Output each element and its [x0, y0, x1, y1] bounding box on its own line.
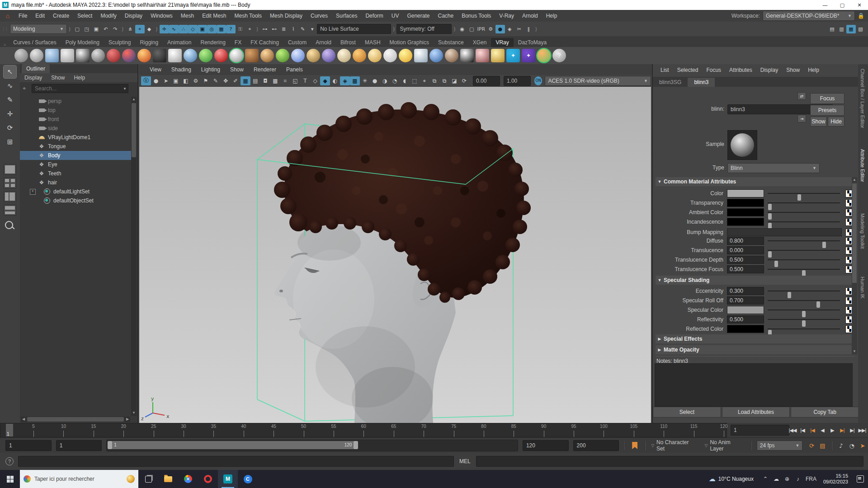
- notes-textarea[interactable]: [655, 363, 853, 407]
- shelf-icon[interactable]: [399, 49, 412, 62]
- menu-item[interactable]: V-Ray: [495, 13, 518, 19]
- attribute-editor-menu-item[interactable]: Attributes: [725, 67, 756, 73]
- animation-start-field[interactable]: 1: [5, 440, 52, 451]
- viewport-menu-item[interactable]: View: [145, 66, 166, 73]
- shelf-icon[interactable]: ✦: [506, 49, 520, 62]
- timeline-ruler[interactable]: 1 51015202530354045505560657075808590951…: [0, 423, 727, 437]
- shelf-icon[interactable]: [137, 49, 151, 62]
- attribute-editor-menu-item[interactable]: Selected: [673, 67, 703, 73]
- paint-select-tool[interactable]: ✎: [4, 94, 16, 106]
- menu-item[interactable]: Mesh: [177, 13, 198, 19]
- shelf-icon[interactable]: [168, 49, 182, 62]
- vray-light-icon[interactable]: ●: [151, 76, 161, 85]
- playblast-icon[interactable]: ▤: [817, 441, 828, 450]
- menu-item[interactable]: Select: [73, 13, 96, 19]
- dof-icon[interactable]: ◖: [400, 76, 410, 85]
- viewport-menu-item[interactable]: Shading: [166, 66, 196, 73]
- outliner-tab[interactable]: Outliner: [22, 64, 50, 73]
- shelf-icon[interactable]: ✦: [522, 49, 535, 62]
- shadows-icon[interactable]: ●: [370, 76, 380, 85]
- menu-set-dropdown[interactable]: Modeling ▼: [10, 24, 67, 34]
- history-toggle-icon[interactable]: ⌇: [288, 25, 298, 33]
- shelf-icon[interactable]: [322, 49, 335, 62]
- shelf-icon[interactable]: [491, 49, 505, 62]
- layout-single-pane-button[interactable]: [4, 164, 16, 175]
- render-frame-icon[interactable]: ▢: [467, 25, 476, 33]
- shelf-icon[interactable]: [76, 49, 90, 62]
- attribute-slider[interactable]: [768, 193, 840, 194]
- vray-select-icon[interactable]: ➤: [161, 76, 171, 85]
- color-swatch[interactable]: [727, 208, 764, 216]
- camera-attributes-icon[interactable]: ⚙: [191, 76, 201, 85]
- isolate-select-icon[interactable]: ⬚: [410, 76, 420, 85]
- color-swatch[interactable]: [727, 189, 764, 197]
- maximize-button[interactable]: ▢: [834, 0, 851, 10]
- opera-icon[interactable]: [198, 470, 218, 488]
- attribute-editor-menu-item[interactable]: Help: [804, 67, 823, 73]
- shelf-icon[interactable]: [429, 49, 443, 62]
- shelf-icon[interactable]: [153, 49, 166, 62]
- attribute-editor-menu-item[interactable]: Display: [756, 67, 782, 73]
- shelf-icon[interactable]: [260, 49, 274, 62]
- close-button[interactable]: ✕: [851, 0, 868, 10]
- attribute-slider[interactable]: [768, 269, 840, 270]
- outliner-item-top[interactable]: top: [20, 106, 131, 115]
- taskbar-search[interactable]: Taper ici pour rechercher: [20, 470, 138, 488]
- lock-selection-icon[interactable]: ⚿: [236, 25, 245, 33]
- toggle-channel-box-icon[interactable]: ▦: [846, 25, 856, 33]
- playback-start-field[interactable]: 1: [56, 440, 102, 451]
- playback-end-field[interactable]: 120: [523, 440, 569, 451]
- chrome-icon[interactable]: [178, 470, 198, 488]
- exposure-icon[interactable]: ◪: [449, 76, 459, 85]
- workspace-dropdown[interactable]: General-DESKTOP-C96IEDB* ▼: [763, 11, 855, 21]
- hidden-icons-chevron[interactable]: ⌃: [760, 476, 771, 482]
- color-swatch[interactable]: [727, 325, 764, 333]
- attribute-editor-tab[interactable]: blinn3SG: [653, 78, 688, 87]
- snap-grid-icon[interactable]: ✛: [160, 25, 169, 33]
- attribute-editor-tab[interactable]: blinn3: [688, 78, 715, 87]
- range-slider-track[interactable]: 1 120: [106, 440, 518, 451]
- range-slider-range[interactable]: 1 120: [108, 441, 358, 449]
- menu-item[interactable]: Generate: [403, 13, 434, 19]
- construction-history-icon[interactable]: ≣: [279, 25, 288, 33]
- shelf-icon[interactable]: [276, 49, 289, 62]
- texture-placement-icon[interactable]: ⧉: [439, 76, 449, 85]
- outliner-item-persp[interactable]: persp: [20, 97, 131, 106]
- shelf-icon[interactable]: [30, 49, 43, 62]
- attribute-value-field[interactable]: 0.000: [727, 246, 764, 254]
- multisample-icon[interactable]: ▩: [350, 76, 360, 85]
- open-scene-icon[interactable]: ◳: [82, 25, 91, 33]
- shelf-icon[interactable]: [245, 49, 259, 62]
- volume-icon[interactable]: ♪: [793, 476, 803, 482]
- shelf-icon[interactable]: [14, 49, 28, 62]
- outliner-item-defaultObjectSet[interactable]: defaultObjectSet: [20, 196, 131, 205]
- grip-handle[interactable]: ⋮⋮: [1, 27, 8, 31]
- lock-icon[interactable]: 🔒: [858, 13, 864, 19]
- undo-icon[interactable]: ↶: [101, 25, 110, 33]
- attribute-editor-menu-item[interactable]: List: [656, 67, 673, 73]
- tab-attribute-editor[interactable]: Attribute Editor: [860, 149, 865, 182]
- color-swatch[interactable]: [727, 199, 764, 207]
- input-connections-icon[interactable]: ⊶: [260, 25, 269, 33]
- current-frame-field[interactable]: 1: [731, 425, 789, 436]
- motion-blur-icon[interactable]: ◔: [390, 76, 400, 85]
- start-button[interactable]: [0, 470, 20, 488]
- character-set-dropdown-icon[interactable]: ▽: [651, 443, 654, 448]
- map-connection-field[interactable]: [727, 228, 842, 236]
- attribute-value-field[interactable]: 0.500: [727, 256, 764, 264]
- outliner-menu-item[interactable]: Display: [20, 73, 47, 82]
- step-back-frame-button[interactable]: |◀: [807, 427, 817, 433]
- menu-item[interactable]: Arnold: [518, 13, 542, 19]
- playback-loop-icon[interactable]: ⟳: [806, 441, 817, 450]
- material-sample-swatch[interactable]: [727, 130, 757, 160]
- shelf-icon[interactable]: [368, 49, 382, 62]
- time-settings-icon[interactable]: ◔: [846, 441, 857, 450]
- save-scene-icon[interactable]: ▣: [91, 25, 101, 33]
- bookmark-icon[interactable]: ⚑: [201, 76, 211, 85]
- layout-split-bottom-button[interactable]: [4, 205, 16, 216]
- textured-icon[interactable]: ◐: [330, 76, 340, 85]
- attribute-slider[interactable]: [768, 202, 840, 203]
- viewport-panel[interactable]: ViewShadingLightingShowRendererPanels Ⓥ●…: [139, 64, 651, 423]
- shelf-tab-vray[interactable]: VRay: [491, 38, 513, 47]
- tab-human-ik[interactable]: Human IK: [860, 277, 865, 299]
